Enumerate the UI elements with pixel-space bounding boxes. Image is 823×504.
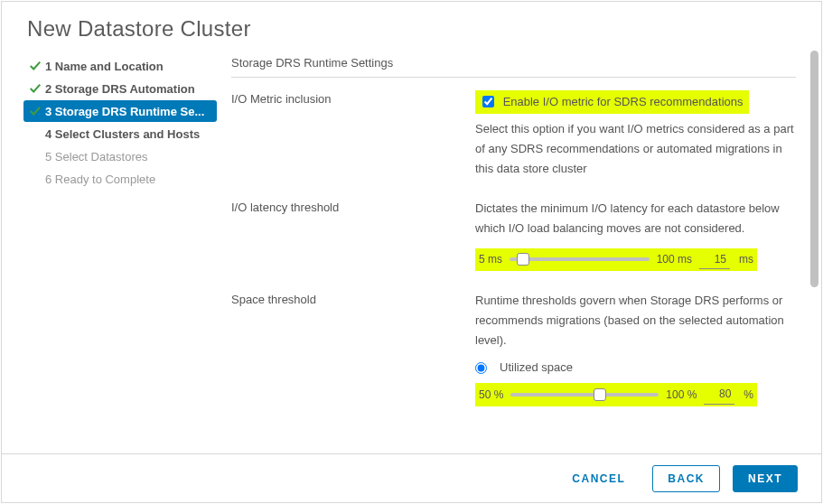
row-label-io-latency: I/O latency threshold <box>231 199 475 214</box>
step-label: 5 Select Datastores <box>45 150 147 163</box>
space-max-label: 100 % <box>666 386 697 404</box>
io-metric-checkbox-label: Enable I/O metric for SDRS recommendatio… <box>503 95 744 108</box>
footer: CANCEL BACK NEXT <box>2 453 821 502</box>
step-spacer <box>29 173 42 185</box>
next-button[interactable]: NEXT <box>733 465 798 492</box>
step-1[interactable]: 1 Name and Location <box>23 55 217 77</box>
step-label: 1 Name and Location <box>45 60 164 73</box>
io-latency-unit: ms <box>737 250 753 268</box>
space-min-label: 50 % <box>479 386 503 404</box>
step-spacer <box>29 150 42 163</box>
io-latency-max-label: 100 ms <box>657 250 692 268</box>
io-latency-min-label: 5 ms <box>479 250 502 268</box>
main-panel: Storage DRS Runtime Settings I/O Metric … <box>231 51 807 453</box>
io-latency-value[interactable]: 15 <box>699 250 730 269</box>
scrollbar[interactable] <box>810 51 818 399</box>
space-radio-utilized[interactable] <box>475 362 487 374</box>
io-latency-slider[interactable] <box>510 253 650 266</box>
checkmark-icon <box>29 60 42 72</box>
row-label-io-metric: I/O Metric inclusion <box>231 90 475 106</box>
row-label-space: Space threshold <box>231 291 475 306</box>
space-description: Runtime thresholds govern when Storage D… <box>475 291 796 350</box>
row-space: Space threshold Runtime thresholds gover… <box>231 291 796 406</box>
dialog-body: 1 Name and Location2 Storage DRS Automat… <box>2 51 821 453</box>
checkmark-icon <box>29 82 42 95</box>
step-4[interactable]: 4 Select Clusters and Hosts <box>23 123 217 145</box>
row-io-latency: I/O latency threshold Dictates the minim… <box>231 199 796 271</box>
space-unit: % <box>742 386 753 404</box>
io-metric-description: Select this option if you want I/O metri… <box>475 119 796 179</box>
scrollbar-thumb[interactable] <box>810 51 818 287</box>
step-label: 2 Storage DRS Automation <box>45 82 195 96</box>
step-3[interactable]: 3 Storage DRS Runtime Se... <box>23 100 217 122</box>
back-button[interactable]: BACK <box>652 465 720 492</box>
row-body-io-latency: Dictates the minimum I/O latency for eac… <box>475 199 796 271</box>
step-label: 6 Ready to Complete <box>45 173 155 186</box>
space-thumb[interactable] <box>594 388 606 401</box>
wizard-steps: 1 Name and Location2 Storage DRS Automat… <box>23 51 217 453</box>
space-value[interactable]: 80 <box>704 385 734 404</box>
space-rail <box>510 393 659 397</box>
io-latency-slider-row: 5 ms 100 ms 15 ms <box>475 248 757 271</box>
io-latency-description: Dictates the minimum I/O latency for eac… <box>475 199 796 238</box>
space-slider-row: 50 % 100 % 80 % <box>475 383 757 406</box>
space-slider[interactable] <box>510 388 659 401</box>
section-title: Storage DRS Runtime Settings <box>231 51 796 78</box>
io-latency-thumb[interactable] <box>517 253 529 266</box>
main-wrap: Storage DRS Runtime Settings I/O Metric … <box>217 51 821 453</box>
row-body-space: Runtime thresholds govern when Storage D… <box>475 291 796 406</box>
step-spacer <box>29 127 42 140</box>
dialog: New Datastore Cluster 1 Name and Locatio… <box>1 1 822 503</box>
space-radio-label: Utilized space <box>500 358 573 378</box>
checkmark-icon <box>29 105 42 117</box>
step-6: 6 Ready to Complete <box>23 168 217 190</box>
row-io-metric: I/O Metric inclusion Enable I/O metric f… <box>231 90 796 179</box>
io-metric-checkbox[interactable] <box>482 96 494 107</box>
step-label: 3 Storage DRS Runtime Se... <box>45 105 204 118</box>
step-2[interactable]: 2 Storage DRS Automation <box>23 78 217 99</box>
io-metric-highlight: Enable I/O metric for SDRS recommendatio… <box>475 90 749 114</box>
io-latency-rail <box>510 257 650 261</box>
row-body-io-metric: Enable I/O metric for SDRS recommendatio… <box>475 90 796 179</box>
step-label: 4 Select Clusters and Hosts <box>45 127 200 141</box>
dialog-title: New Datastore Cluster <box>2 2 821 51</box>
space-radio-row: Utilized space <box>475 358 796 378</box>
cancel-button[interactable]: CANCEL <box>557 466 640 491</box>
step-5: 5 Select Datastores <box>23 145 217 167</box>
